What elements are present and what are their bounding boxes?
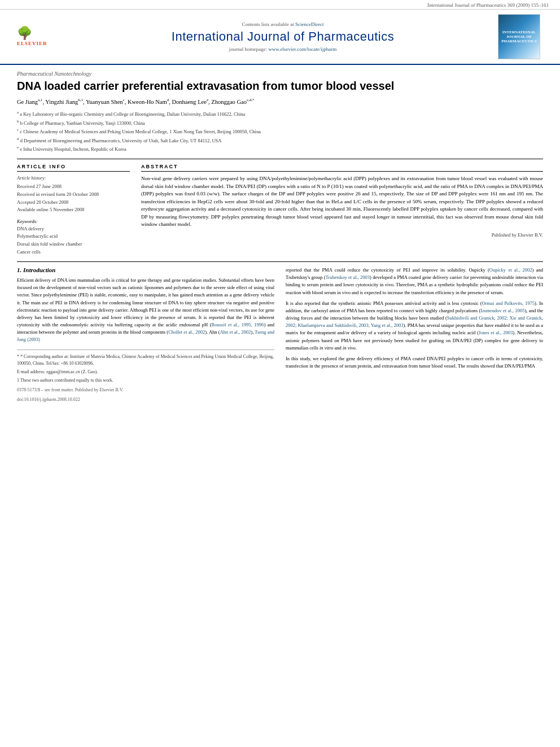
keyword-cancer: Cancer cells xyxy=(17,248,130,256)
published-by: Published by Elsevier B.V. xyxy=(141,232,543,238)
intro-para-1: Efficient delivery of DNA into mammalian… xyxy=(17,277,274,344)
ref-sukhishvili[interactable]: Sukhishvili and Granick, 2002; Xie and G… xyxy=(286,315,543,328)
affil-cd: c,d,* xyxy=(247,98,255,102)
author-kweon-ho-nam: Kweon-Ho Nam xyxy=(128,99,167,105)
footnotes: * * Corresponding author at: Institute o… xyxy=(17,350,274,404)
author-donhaeng-lee: Donhaeng Lee xyxy=(172,99,207,105)
star-icon: * xyxy=(17,354,19,359)
article-info-column: ARTICLE INFO Article history: Received 2… xyxy=(17,164,130,256)
sciencedirect-line: Contents lists available at ScienceDirec… xyxy=(68,21,498,27)
author-ge-jiang: Ge Jiang xyxy=(17,99,38,105)
elsevier-logo: 🌳 ELSEVIER xyxy=(17,27,62,47)
ref-ormai[interactable]: Ormai and Palkovits, 1975 xyxy=(482,300,535,306)
right-para-1: reported that the PMA could reduce the c… xyxy=(286,267,543,296)
ref-chollet[interactable]: Chollet et al., 2002 xyxy=(168,329,205,335)
intro-title: 1. Introduction xyxy=(17,267,274,273)
ref-jones[interactable]: Jones et al., 2003 xyxy=(479,330,513,335)
right-para-2: It is also reported that the synthetic a… xyxy=(286,300,543,352)
affil-item-b: b b College of Pharmacy, Yanbian Univers… xyxy=(17,119,543,127)
article-info-abstract-section: ARTICLE INFO Article history: Received 2… xyxy=(17,164,543,256)
email-text: E-mail address: zggao@imm.ac.cn (Z. Gao)… xyxy=(17,369,98,374)
abstract-text: Non-viral gene delivery carriers were pr… xyxy=(141,175,543,229)
citation-bar: International Journal of Pharmaceutics 3… xyxy=(0,0,560,10)
doi-line: doi:10.1016/j.ijpharm.2008.10.022 xyxy=(17,396,274,404)
cover-image: INTERNATIONAL JOURNAL OF PHARMACEUTICS xyxy=(498,14,540,59)
section-tag: Pharmaceutical Nanotechnology xyxy=(17,71,543,77)
ref-izumrudov[interactable]: Izumrudov et al., 2005 xyxy=(480,308,524,313)
issn-line: 0378-5173/$ – see front matter. Publishe… xyxy=(17,387,274,394)
article-title: DNA loaded carrier preferential extravas… xyxy=(17,79,543,93)
affil-c: c xyxy=(123,98,125,102)
affil-e: e xyxy=(207,98,208,102)
body-right-col: reported that the PMA could reduce the c… xyxy=(286,267,543,403)
affil-b: b,1 xyxy=(78,98,83,102)
affil-item-c: c c Chinese Academy of Medical Sciences … xyxy=(17,127,543,136)
body-left-col: 1. Introduction Efficient delivery of DN… xyxy=(17,267,274,403)
homepage-url[interactable]: www.elsevier.com/locate/ijpharm xyxy=(268,46,336,52)
affil-item-a: a a Key Laboratory of Bio-organic Chemis… xyxy=(17,110,543,118)
keyword-dorsal: Dorsal skin fold window chamber xyxy=(17,241,130,248)
body-section: 1. Introduction Efficient delivery of DN… xyxy=(17,267,543,403)
journal-cover: INTERNATIONAL JOURNAL OF PHARMACEUTICS xyxy=(498,14,549,59)
footnote-corresponding: * * Corresponding author at: Institute o… xyxy=(17,353,274,368)
history-label: Article history: xyxy=(17,175,130,181)
keywords-label: Keywords: xyxy=(17,219,130,224)
history-available: Available online 5 November 2008 xyxy=(17,206,130,214)
corresponding-text: * Corresponding author at: Institute of … xyxy=(17,354,274,366)
history-revised: Received in revised form 20 October 2008 xyxy=(17,191,130,199)
journal-header: 🌳 ELSEVIER Contents lists available at S… xyxy=(0,10,560,65)
author-yingzhi-jiang: Yingzhi Jiang xyxy=(45,99,78,105)
abstract-header: ABSTRACT xyxy=(141,164,543,172)
affil-a: a,1 xyxy=(38,98,42,102)
equal-text: 1 These two authors contributed equally … xyxy=(17,378,113,383)
doi-text: doi:10.1016/j.ijpharm.2008.10.022 xyxy=(17,397,80,402)
ref-boussif[interactable]: Boussif et al., 1995, 1996 xyxy=(212,322,264,327)
author-zhonggao-gao: Zhonggao Gao xyxy=(211,99,247,105)
history-received: Received 27 June 2008 xyxy=(17,183,130,191)
affil-item-e: e e Inha University Hospital, Incheon, R… xyxy=(17,145,543,153)
elsevier-wordmark: ELSEVIER xyxy=(17,41,62,46)
affil-item-d: d d Department of Bioengineering and Pha… xyxy=(17,136,543,145)
author-yuanyuan-shen: Yuanyuan Shen xyxy=(86,99,123,105)
divider-body xyxy=(17,261,543,262)
contents-label: Contents lists available at xyxy=(242,21,294,27)
affil-d: d xyxy=(167,98,169,102)
homepage-label: journal homepage: xyxy=(229,46,267,52)
authors-line: Ge Jianga,1, Yingzhi Jiangb,1, Yuanyuan … xyxy=(17,97,543,106)
issn-text: 0378-5173/$ – see front matter. Publishe… xyxy=(17,387,124,392)
sciencedirect-link[interactable]: ScienceDirect xyxy=(295,21,323,27)
keyword-dna-delivery: DNA delivery xyxy=(17,225,130,233)
article-info-header: ARTICLE INFO xyxy=(17,164,130,172)
footnote-email: E-mail address: zggao@imm.ac.cn (Z. Gao)… xyxy=(17,369,274,376)
footnote-equal: 1 These two authors contributed equally … xyxy=(17,377,274,385)
tree-icon: 🌳 xyxy=(17,27,62,40)
affiliations: a a Key Laboratory of Bio-organic Chemis… xyxy=(17,110,543,153)
homepage-line: journal homepage: www.elsevier.com/locat… xyxy=(68,46,498,52)
keyword-pma: Polymethacrylic acid xyxy=(17,233,130,241)
right-para-3: In this study, we explored the gene deli… xyxy=(286,355,543,370)
cover-text: INTERNATIONAL JOURNAL OF PHARMACEUTICS xyxy=(501,30,537,43)
ref-oupicky[interactable]: Oupicky et al., 2002 xyxy=(489,267,532,273)
divider-top xyxy=(17,159,543,159)
history-accepted: Accepted 20 October 2008 xyxy=(17,199,130,207)
publisher-logo-area: 🌳 ELSEVIER xyxy=(11,27,68,47)
main-content: Pharmaceutical Nanotechnology DNA loaded… xyxy=(0,65,560,414)
ref-trubetskoy[interactable]: Trubetskoy et al., 2003 xyxy=(325,274,370,280)
journal-title: International Journal of Pharmaceutics xyxy=(68,29,498,44)
journal-title-area: Contents lists available at ScienceDirec… xyxy=(68,21,498,52)
abstract-column: ABSTRACT Non-viral gene delivery carrier… xyxy=(141,164,543,256)
ref-ahn[interactable]: Ahn et al., 2002 xyxy=(220,329,251,335)
journal-citation: International Journal of Pharmaceutics 3… xyxy=(427,2,549,8)
